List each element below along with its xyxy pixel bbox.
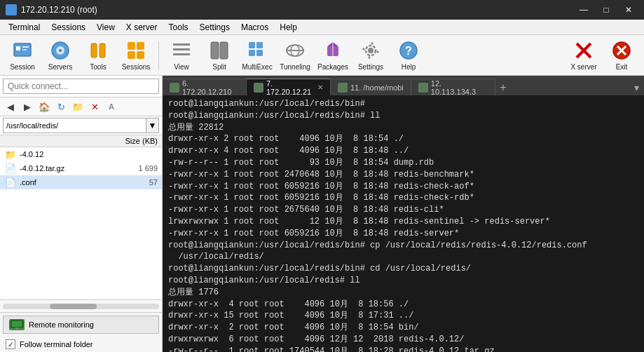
minimize-button[interactable]: —: [574, 4, 594, 16]
scroll-area: [0, 299, 162, 312]
archive-icon: 📄: [4, 162, 17, 175]
svg-rect-19: [256, 42, 263, 48]
tab-6-label: 6. 172.20.12.210: [182, 79, 239, 96]
exit-label: Exit: [616, 63, 628, 71]
tab-12[interactable]: 12. 10.113.134.3: [411, 79, 495, 95]
terminal-line-5: drwxr-xr-x 4 root root 4096 10月 8 18:48 …: [168, 145, 638, 157]
follow-folder-label: Follow terminal folder: [20, 340, 93, 348]
tab-add-btn[interactable]: +: [495, 80, 511, 95]
terminal[interactable]: root@liangqiankun:/usr/local/redis/bin# …: [163, 95, 644, 352]
app-icon: [6, 4, 17, 15]
file-home-btn[interactable]: 🏠: [36, 99, 52, 114]
servers-icon: [49, 39, 71, 62]
toolbar-view[interactable]: View: [163, 38, 200, 73]
toolbar-multiexec[interactable]: MultiExec: [239, 38, 275, 73]
terminal-line-11: lrwxrwxrwx 1 root root 12 10月 8 18:48 re…: [168, 216, 638, 228]
tab-nav-btn[interactable]: ▾: [629, 80, 644, 95]
file-item-name-1: -4.0.12: [20, 150, 116, 158]
svg-rect-16: [211, 42, 219, 59]
svg-rect-10: [137, 42, 144, 50]
file-item-name-2: -4.0.12.tar.gz: [20, 164, 116, 172]
path-bar: ▼: [0, 116, 162, 135]
toolbar-packages[interactable]: Packages: [315, 38, 351, 73]
file-item-conf[interactable]: 📄 .conf 57: [0, 175, 162, 189]
toolbar-split[interactable]: Split: [201, 38, 238, 73]
tab-7-label: 7. 172.20.12.21: [266, 79, 315, 96]
menu-bar: Terminal Sessions View X server Tools Se…: [0, 20, 644, 35]
svg-rect-38: [12, 321, 22, 327]
file-delete-btn[interactable]: ✕: [87, 99, 102, 114]
toolbar-tunneling[interactable]: Tunneling: [277, 38, 313, 73]
path-dropdown-btn[interactable]: ▼: [146, 118, 159, 133]
exit-icon: [610, 39, 633, 62]
toolbar-help[interactable]: ? Help: [390, 38, 427, 73]
tunneling-label: Tunneling: [280, 63, 310, 71]
file-back-btn[interactable]: ◀: [3, 99, 18, 114]
file-item-size-3: 57: [116, 178, 158, 187]
file-forward-btn[interactable]: ▶: [20, 99, 35, 114]
menu-xserver[interactable]: X server: [121, 20, 163, 35]
svg-rect-13: [173, 43, 190, 46]
menu-sessions[interactable]: Sessions: [46, 20, 91, 35]
tab-12-label: 12. 10.113.134.3: [431, 79, 488, 96]
tab-11[interactable]: 11. /home/mobi: [331, 79, 411, 95]
toolbar-session[interactable]: Session: [4, 38, 41, 73]
settings-label: Settings: [358, 63, 383, 71]
terminal-line-1: root@liangqiankun:/usr/local/redis/bin#: [168, 98, 638, 110]
menu-help[interactable]: Help: [274, 20, 303, 35]
tab-7[interactable]: 7. 172.20.12.21 ✕: [247, 79, 331, 95]
tab-11-icon: [338, 83, 348, 93]
remote-monitoring-btn[interactable]: Remote monitoring: [3, 316, 159, 334]
file-refresh-btn[interactable]: ↻: [53, 99, 69, 114]
terminal-line-21: drwxrwxrwx 6 root root 4096 12月 12 2018 …: [168, 334, 638, 346]
terminal-line-8: -rwxr-xr-x 1 root root 6059216 10月 8 18:…: [168, 181, 638, 193]
terminal-line-6: -rw-r--r-- 1 root root 93 10月 8 18:54 du…: [168, 157, 638, 169]
svg-rect-20: [249, 50, 255, 56]
tab-7-close[interactable]: ✕: [317, 83, 323, 91]
file-filter-btn[interactable]: A: [104, 99, 119, 114]
terminal-line-4: drwxr-xr-x 2 root root 4096 10月 8 18:54 …: [168, 133, 638, 145]
menu-macros[interactable]: Macros: [235, 20, 274, 35]
view-label: View: [174, 63, 189, 71]
menu-settings[interactable]: Settings: [194, 20, 235, 35]
packages-label: Packages: [317, 63, 348, 71]
file-item-folder[interactable]: 📁 -4.0.12: [0, 147, 162, 161]
svg-rect-1: [16, 46, 20, 50]
svg-rect-11: [128, 51, 135, 59]
packages-icon: [322, 39, 344, 62]
toolbar-sessions[interactable]: Sessions: [118, 38, 154, 73]
terminal-line-15: root@liangqiankun:/usr/local/redis/bin# …: [168, 263, 638, 275]
sessions-label: Sessions: [122, 63, 151, 71]
toolbar-xserver[interactable]: X server: [566, 38, 602, 73]
servers-label: Servers: [48, 63, 72, 71]
file-newfolder-btn[interactable]: 📁: [70, 99, 85, 114]
menu-view[interactable]: View: [91, 20, 121, 35]
view-icon: [170, 39, 193, 62]
terminal-line-13: root@liangqiankun:/usr/local/redis/bin# …: [168, 240, 638, 252]
split-icon: [208, 39, 231, 62]
window-title: 172.20.12.210 (root): [21, 5, 97, 15]
multiexec-icon: [246, 39, 268, 62]
toolbar-servers[interactable]: Servers: [42, 38, 78, 73]
svg-rect-14: [173, 48, 190, 50]
svg-point-6: [59, 49, 62, 52]
quick-connect-input[interactable]: [3, 79, 159, 94]
folder-icon: 📁: [4, 148, 17, 161]
path-input[interactable]: [3, 118, 146, 133]
close-button[interactable]: ✕: [619, 4, 638, 16]
maximize-button[interactable]: □: [596, 4, 616, 16]
tab-6[interactable]: 6. 172.20.12.210: [163, 79, 247, 95]
toolbar-settings[interactable]: Settings: [352, 38, 389, 73]
terminal-line-14: /usr/local/redis/: [168, 251, 638, 263]
xserver-icon: [573, 39, 595, 62]
follow-folder-checkbox[interactable]: [6, 339, 15, 349]
terminal-line-20: drwxr-xr-x 2 root root 4096 10月 8 18:54 …: [168, 322, 638, 334]
toolbar-tools[interactable]: Tools: [80, 38, 116, 73]
file-item-archive[interactable]: 📄 -4.0.12.tar.gz 1 699: [0, 161, 162, 175]
remote-monitoring-icon: [9, 319, 25, 330]
menu-terminal[interactable]: Terminal: [3, 20, 46, 35]
svg-rect-3: [22, 49, 27, 50]
title-bar-controls: — □ ✕: [574, 4, 638, 16]
toolbar-exit[interactable]: Exit: [603, 38, 640, 73]
menu-tools[interactable]: Tools: [163, 20, 194, 35]
